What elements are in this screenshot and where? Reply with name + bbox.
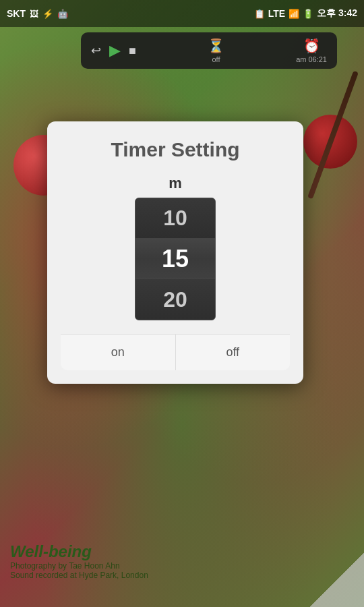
dialog-title: Timer Setting [61, 138, 290, 161]
media-controls: ↩ ▶ ■ [91, 42, 136, 59]
alarm-section[interactable]: ⏰ am 06:21 [296, 38, 327, 63]
status-right: 📋 LTE 📶 🔋 오후 3:42 [254, 7, 357, 20]
time-picker[interactable]: 10 15 20 [135, 198, 216, 320]
repeat-button[interactable]: ↩ [91, 43, 101, 58]
bottom-text: Well-being Photography by Tae Hoon Ahn S… [10, 542, 148, 580]
picker-item-15[interactable]: 15 [135, 239, 215, 279]
lte-label: LTE [268, 8, 285, 19]
alarm-time-label: am 06:21 [296, 55, 327, 63]
media-bar: ↩ ▶ ■ ⏳ off ⏰ am 06:21 [81, 32, 337, 69]
stop-button[interactable]: ■ [129, 44, 136, 58]
off-button[interactable]: off [176, 335, 291, 370]
picker-item-20[interactable]: 20 [135, 279, 215, 320]
time-label: 오후 3:42 [317, 7, 357, 20]
sim-icon: 📋 [254, 9, 265, 19]
photo-credit-line1: Photography by Tae Hoon Ahn [10, 561, 148, 571]
carrier-label: SKT [7, 8, 26, 19]
battery-icon: 🔋 [303, 9, 313, 19]
play-button[interactable]: ▶ [109, 42, 121, 59]
picker-item-10[interactable]: 10 [135, 198, 215, 239]
timer-dialog: Timer Setting m 10 15 20 on off [47, 121, 303, 384]
status-left: SKT 🖼 ⚡ 🤖 [7, 8, 254, 19]
sleep-timer-section[interactable]: ⏳ off [208, 38, 224, 63]
hourglass-icon: ⏳ [208, 38, 224, 54]
photo-credit-line2: Sound recorded at Hyde Park, London [10, 571, 148, 580]
page-curl [310, 553, 364, 607]
dialog-buttons: on off [61, 334, 290, 370]
wellbeing-title: Well-being [10, 542, 148, 561]
alarm-icon: ⏰ [303, 38, 320, 54]
status-bar: SKT 🖼 ⚡ 🤖 📋 LTE 📶 🔋 오후 3:42 [0, 0, 364, 27]
image-icon: 🖼 [30, 9, 38, 19]
usb-icon: ⚡ [42, 9, 53, 19]
picker-unit-label: m [61, 175, 290, 192]
signal-icon: 📶 [289, 9, 299, 19]
timer-status-label: off [212, 55, 220, 63]
android-icon: 🤖 [57, 9, 68, 19]
on-button[interactable]: on [61, 335, 176, 370]
